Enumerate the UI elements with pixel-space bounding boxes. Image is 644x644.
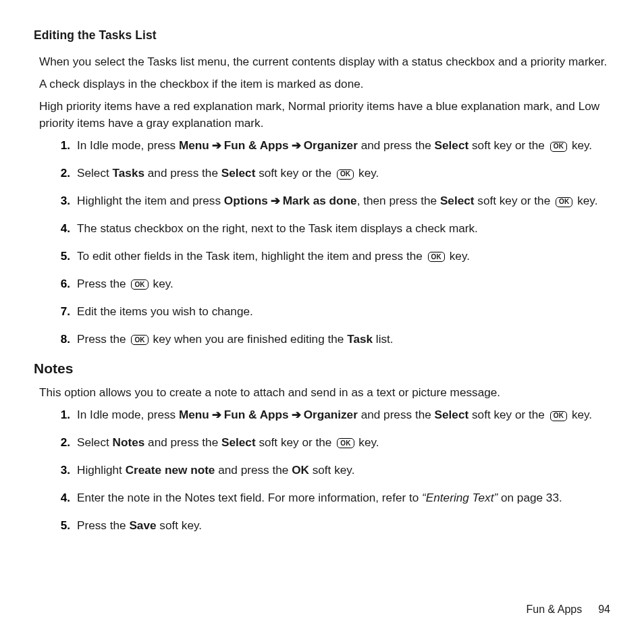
- step-text: soft key or the: [475, 194, 554, 207]
- step-item: 6. Press the OK key.: [53, 275, 610, 292]
- manual-page: Editing the Tasks List When you select t…: [0, 0, 644, 644]
- step-text: key.: [574, 194, 597, 207]
- step-item: 5. Press the Save soft key.: [53, 517, 610, 534]
- step-text: soft key or the: [256, 435, 336, 449]
- footer-section-label: Fun & Apps: [526, 603, 582, 615]
- step-text: In Idle mode, press: [77, 138, 179, 152]
- footer-page-number: 94: [598, 603, 610, 615]
- bold: Fun & Apps: [224, 138, 289, 152]
- step-text: Highlight: [77, 463, 126, 477]
- step-number: 4.: [53, 220, 70, 237]
- step-number: 2.: [53, 165, 70, 182]
- step-number: 6.: [53, 275, 70, 292]
- bold: Save: [129, 518, 156, 532]
- step-text: key.: [355, 166, 379, 180]
- ok-key-icon: OK: [556, 197, 572, 207]
- paragraph: This option allows you to create a note …: [34, 384, 610, 401]
- bold: Mark as done: [283, 194, 357, 207]
- step-text: Press the: [77, 518, 129, 532]
- step-text: In Idle mode, press: [77, 408, 179, 421]
- step-number: 1.: [53, 137, 70, 154]
- step-text: list.: [373, 332, 394, 346]
- bold: Fun & Apps: [224, 408, 289, 421]
- ok-key-icon: OK: [550, 142, 567, 152]
- step-text: key.: [568, 138, 592, 152]
- paragraph: A check displays in the checkbox if the …: [34, 76, 610, 92]
- section-heading-editing-tasks: Editing the Tasks List: [34, 27, 610, 44]
- step-item: 5. To edit other fields in the Task item…: [53, 248, 610, 265]
- step-item: 1. In Idle mode, press Menu➔Fun & Apps➔O…: [53, 406, 610, 423]
- ok-key-icon: OK: [337, 169, 354, 180]
- step-number: 2.: [53, 434, 70, 451]
- bold: Notes: [113, 435, 145, 449]
- ok-key-icon: OK: [428, 252, 445, 262]
- bold: Task: [347, 332, 373, 346]
- step-item: 3. Highlight Create new note and press t…: [53, 462, 610, 479]
- intro-paragraphs: When you select the Tasks list menu, the…: [34, 53, 610, 132]
- step-number: 4.: [53, 489, 70, 506]
- bold: Menu: [179, 408, 209, 421]
- step-text: and press the: [144, 166, 221, 180]
- paragraph: When you select the Tasks list menu, the…: [34, 53, 610, 70]
- step-text: soft key or the: [468, 138, 548, 152]
- step-number: 8.: [53, 331, 70, 348]
- step-number: 1.: [53, 406, 70, 423]
- bold: Organizer: [304, 138, 358, 152]
- step-text: Select: [77, 435, 113, 449]
- step-text: soft key or the: [255, 166, 335, 180]
- step-text: Press the: [77, 332, 129, 346]
- step-text: key.: [150, 277, 173, 290]
- step-text: and press the: [144, 435, 221, 449]
- bold: Options: [224, 194, 268, 207]
- section-heading-notes: Notes: [34, 358, 610, 379]
- step-number: 7.: [53, 303, 70, 320]
- bold: Select: [221, 435, 256, 449]
- paragraph: High priority items have a red explanati…: [34, 98, 610, 132]
- bold: Organizer: [304, 408, 358, 421]
- step-text: The status checkbox on the right, next t…: [77, 221, 478, 235]
- step-text: Press the: [77, 277, 129, 290]
- step-item: 8. Press the OK key when you are finishe…: [53, 331, 610, 348]
- step-text: key when you are finished editing the: [150, 332, 347, 346]
- step-text: soft key.: [157, 518, 203, 532]
- step-item: 2. Select Tasks and press the Select sof…: [53, 165, 610, 182]
- cross-reference: “Entering Text”: [422, 491, 498, 504]
- step-number: 5.: [53, 517, 70, 534]
- step-text: Select: [77, 166, 113, 180]
- step-text: To edit other fields in the Task item, h…: [77, 249, 426, 263]
- bold: Select: [435, 408, 469, 421]
- step-item: 4. The status checkbox on the right, nex…: [53, 220, 610, 237]
- bold: Create new note: [126, 463, 215, 477]
- ok-key-icon: OK: [337, 438, 354, 448]
- step-text: on page 33.: [498, 491, 562, 504]
- step-text: and press the: [358, 138, 435, 152]
- arrow-icon: ➔: [271, 192, 280, 209]
- step-text: Edit the items you wish to change.: [77, 304, 253, 318]
- arrow-icon: ➔: [212, 137, 221, 154]
- step-item: 2. Select Notes and press the Select sof…: [53, 434, 610, 451]
- step-item: 1. In Idle mode, press Menu➔Fun & Apps➔O…: [53, 137, 610, 154]
- bold: Select: [435, 138, 469, 152]
- bold: OK: [292, 463, 309, 477]
- page-footer: Fun & Apps94: [526, 601, 610, 617]
- steps-list-notes: 1. In Idle mode, press Menu➔Fun & Apps➔O…: [34, 406, 610, 534]
- ok-key-icon: OK: [550, 411, 567, 421]
- step-text: key.: [568, 408, 592, 421]
- step-text: Highlight the item and press: [77, 194, 224, 207]
- bold: Select: [440, 194, 475, 207]
- step-item: 4. Enter the note in the Notes text fiel…: [53, 489, 610, 506]
- step-text: , then press the: [357, 194, 440, 207]
- step-number: 3.: [53, 462, 70, 479]
- ok-key-icon: OK: [131, 279, 148, 290]
- step-text: key.: [446, 249, 470, 263]
- step-item: 3. Highlight the item and press Options➔…: [53, 192, 610, 209]
- step-text: Enter the note in the Notes text field. …: [77, 491, 422, 504]
- step-text: soft key or the: [468, 408, 548, 421]
- bold: Tasks: [113, 166, 144, 180]
- step-number: 5.: [53, 248, 70, 265]
- arrow-icon: ➔: [212, 406, 221, 423]
- arrow-icon: ➔: [292, 137, 301, 154]
- step-text: and press the: [358, 408, 435, 421]
- intro-paragraphs: This option allows you to create a note …: [34, 384, 610, 401]
- step-text: key.: [356, 435, 379, 449]
